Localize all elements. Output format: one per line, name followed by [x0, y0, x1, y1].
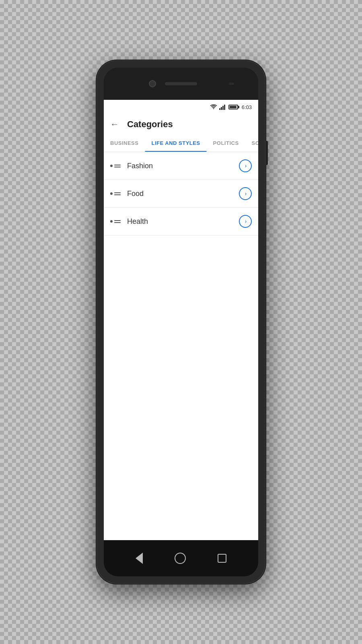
battery-fill	[230, 106, 237, 108]
chevron-right-icon-fashion: ›	[245, 162, 247, 169]
dot-icon	[110, 165, 113, 167]
tab-politics[interactable]: POLITICS	[207, 134, 245, 152]
nav-home-button[interactable]	[175, 553, 186, 564]
list-item-food[interactable]: Food ›	[104, 180, 258, 208]
list-item-icon-fashion	[110, 165, 121, 167]
page-title: Categories	[127, 119, 173, 130]
camera	[149, 80, 156, 87]
chevron-circle-health[interactable]: ›	[239, 215, 252, 228]
list-container: Fashion › Food	[104, 152, 258, 540]
lines-icon	[114, 220, 121, 223]
screen: 6:03 ← Categories BUSINESS LIFE AND STYL…	[104, 100, 258, 540]
tab-bar: BUSINESS LIFE AND STYLES POLITICS SCIEN.…	[104, 134, 258, 152]
svg-rect-0	[219, 108, 220, 110]
list-item-icon-health	[110, 220, 121, 223]
phone-inner: 6:03 ← Categories BUSINESS LIFE AND STYL…	[104, 68, 258, 576]
line-2	[114, 222, 121, 223]
battery-icon	[228, 105, 238, 109]
chevron-right-icon-health: ›	[245, 218, 247, 225]
nav-back-icon	[136, 553, 143, 564]
wifi-icon	[210, 104, 217, 110]
lines-icon	[114, 165, 121, 167]
list-item-label-fashion: Fashion	[127, 162, 239, 170]
line-2	[114, 167, 121, 167]
dot-icon	[110, 220, 113, 223]
front-sensor	[228, 83, 234, 85]
list-item-label-health: Health	[127, 217, 239, 226]
list-item-label-food: Food	[127, 190, 239, 198]
lines-icon	[114, 192, 121, 195]
speaker	[165, 82, 197, 85]
top-bezel	[104, 68, 258, 100]
list-item-fashion[interactable]: Fashion ›	[104, 152, 258, 180]
app-header: ← Categories	[104, 114, 258, 134]
svg-rect-3	[224, 105, 225, 110]
line-1	[114, 192, 121, 193]
nav-recents-icon	[218, 554, 226, 563]
tab-business[interactable]: BUSINESS	[104, 134, 145, 152]
svg-rect-2	[222, 106, 224, 110]
line-1	[114, 165, 121, 165]
status-bar: 6:03	[104, 100, 258, 114]
back-button[interactable]: ←	[110, 119, 119, 130]
chevron-right-icon-food: ›	[245, 190, 247, 197]
line-2	[114, 194, 121, 195]
chevron-circle-fashion[interactable]: ›	[239, 159, 252, 172]
line-1	[114, 220, 121, 221]
nav-home-icon	[175, 553, 186, 564]
signal-icon	[219, 104, 226, 110]
dot-icon	[110, 192, 113, 195]
status-time: 6:03	[242, 104, 252, 110]
svg-rect-1	[221, 107, 222, 110]
status-icons: 6:03	[210, 104, 252, 110]
phone-device: 6:03 ← Categories BUSINESS LIFE AND STYL…	[97, 60, 265, 584]
nav-back-button[interactable]	[136, 553, 143, 564]
bottom-nav-bar	[104, 540, 258, 576]
chevron-circle-food[interactable]: ›	[239, 187, 252, 200]
list-item-health[interactable]: Health ›	[104, 208, 258, 235]
nav-recents-button[interactable]	[218, 554, 226, 563]
list-item-icon-food	[110, 192, 121, 195]
tab-life-and-styles[interactable]: LIFE AND STYLES	[145, 134, 206, 152]
tab-science[interactable]: SCIEN...	[245, 134, 258, 152]
